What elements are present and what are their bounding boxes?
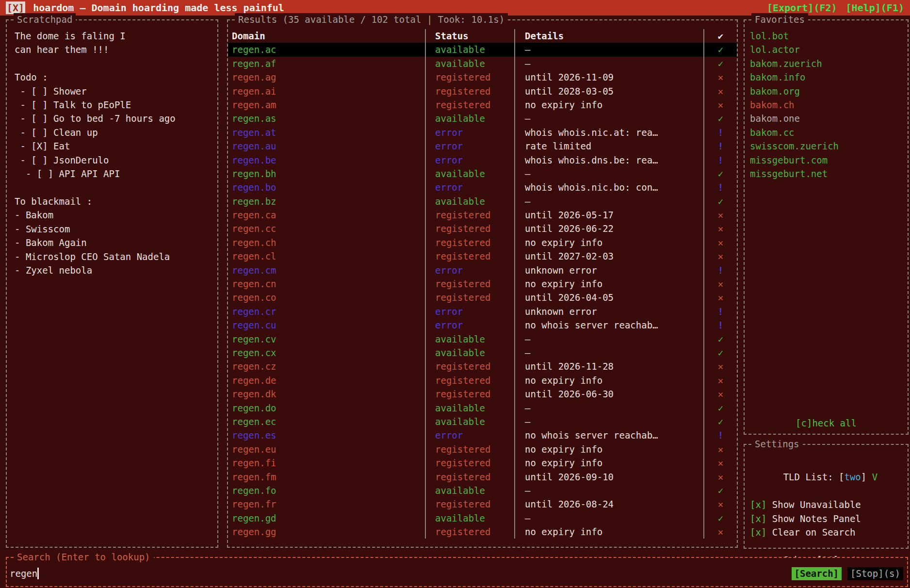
favorite-item[interactable]: missgeburt.net [750,167,906,180]
check-mark: ! [703,180,737,194]
table-row[interactable]: regen.firegisteredno expiry info✕ [228,456,737,470]
close-button[interactable]: [X] [6,1,25,14]
table-row[interactable]: regen.cxavailable–✓ [228,346,737,359]
table-row[interactable]: regen.gdavailable–✓ [228,511,737,525]
column-header-details: Details [514,29,703,43]
settings-checkbox[interactable]: [x] Show Unavailable [750,498,906,511]
scratchpad-line: To blackmail : [15,195,214,208]
status-cell: error [425,139,514,153]
table-row[interactable]: regen.eserrorno whois server reachab…! [228,428,737,442]
favorites-list: lol.botlol.actorbakom.zuerichbakom.infob… [745,20,908,180]
scratchpad-line: - [X] Eat [15,139,214,153]
check-mark: ✓ [703,167,737,180]
table-row[interactable]: regen.asavailable–✓ [228,112,737,125]
table-row[interactable]: regen.airegistereduntil 2028-03-05✕ [228,84,737,98]
domain-cell: regen.gd [228,511,425,525]
table-row[interactable]: regen.dkregistereduntil 2026-06-30✕ [228,387,737,401]
stop-button[interactable]: [Stop](s) [847,567,903,580]
checkbox-icon[interactable]: [x] [750,499,766,510]
favorite-item[interactable]: lol.bot [750,29,906,43]
checkbox-icon[interactable]: [x] [750,513,766,524]
domain-cell: regen.au [228,139,425,153]
favorite-item[interactable]: bakom.ch [750,98,906,112]
scratchpad-content[interactable]: The dome is faling Ican hear them !!! To… [7,20,217,277]
table-row[interactable]: regen.frregistereduntil 2026-08-24✕ [228,497,737,511]
table-row[interactable]: regen.amregisteredno expiry info✕ [228,98,737,112]
favorite-item[interactable]: bakom.cc [750,126,906,139]
table-row[interactable]: regen.cvavailable–✓ [228,332,737,346]
details-cell: until 2026-11-09 [514,70,703,84]
check-mark: ✓ [703,401,737,415]
status-cell: available [425,57,514,70]
table-row[interactable]: regen.fmregistereduntil 2026-09-10✕ [228,470,737,484]
table-row[interactable]: regen.bhavailable–✓ [228,167,737,180]
check-mark: ✕ [703,456,737,470]
table-row[interactable]: regen.euregisteredno expiry info✕ [228,442,737,456]
table-row[interactable]: regen.foavailable–✓ [228,484,737,497]
check-mark: ✕ [703,374,737,387]
table-row[interactable]: regen.cmerrorunknown error! [228,263,737,277]
details-cell: no expiry info [514,374,703,387]
check-mark: ✕ [703,277,737,291]
table-row[interactable]: regen.cnregisteredno expiry info✕ [228,277,737,291]
check-mark: ! [703,126,737,139]
search-button[interactable]: [Search] [792,567,842,580]
settings-checkbox[interactable]: [x] Clear on Search [750,525,906,539]
check-all-button[interactable]: [c]heck all [745,416,908,430]
table-row[interactable]: regen.cuerrorno whois server reachab…! [228,318,737,332]
domain-cell: regen.dk [228,387,425,401]
favorite-item[interactable]: bakom.org [750,84,906,98]
details-cell: no expiry info [514,525,703,539]
chevron-down-icon[interactable]: V [872,472,878,482]
domain-cell: regen.bz [228,195,425,208]
domain-cell: regen.fo [228,484,425,497]
table-row[interactable]: regen.coregistereduntil 2026-04-05✕ [228,291,737,304]
table-row[interactable]: regen.doavailable–✓ [228,401,737,415]
tld-list-setting[interactable]: TLD List: [two] V [750,457,906,498]
help-button[interactable]: [Help](F1) [846,2,904,14]
check-mark: ✓ [703,57,737,70]
domain-cell: regen.fm [228,470,425,484]
table-row[interactable]: regen.agregistereduntil 2026-11-09✕ [228,70,737,84]
domain-cell: regen.am [228,98,425,112]
search-input[interactable]: regen [10,567,37,580]
favorite-item[interactable]: bakom.info [750,70,906,84]
table-row[interactable]: regen.clregistereduntil 2027-02-03✕ [228,249,737,263]
table-row[interactable]: regen.boerrorwhois whois.nic.bo: con…! [228,180,737,194]
table-row[interactable]: regen.czregistereduntil 2026-11-28✕ [228,359,737,373]
favorite-item[interactable]: lol.actor [750,43,906,56]
table-row[interactable]: regen.afavailable–✓ [228,57,737,70]
status-cell: error [425,126,514,139]
export-button[interactable]: [Export](F2) [767,2,837,14]
domain-cell: regen.cx [228,346,425,359]
table-row[interactable]: regen.auerrorrate limited! [228,139,737,153]
status-cell: available [425,346,514,359]
table-row[interactable]: regen.aterrorwhois whois.nic.at: rea…! [228,126,737,139]
table-row[interactable]: regen.deregisteredno expiry info✕ [228,374,737,387]
table-row[interactable]: regen.bzavailable–✓ [228,195,737,208]
check-mark: ✕ [703,470,737,484]
table-row[interactable]: regen.ggregisteredno expiry info✕ [228,525,737,539]
domain-cell: regen.eu [228,442,425,456]
status-cell: registered [425,291,514,304]
favorite-item[interactable]: bakom.one [750,112,906,125]
details-cell: whois whois.nic.at: rea… [514,126,703,139]
table-row[interactable]: regen.beerrorwhois whois.dns.be: rea…! [228,153,737,167]
titlebar-actions: [Export](F2) [Help](F1) [767,2,904,14]
favorite-item[interactable]: bakom.zuerich [750,57,906,70]
check-mark: ✕ [703,442,737,456]
check-mark: ! [703,428,737,442]
table-row[interactable]: regen.ccregistereduntil 2026-06-22✕ [228,222,737,235]
details-cell: until 2026-06-22 [514,222,703,235]
check-mark: ✕ [703,525,737,539]
favorite-item[interactable]: missgeburt.com [750,153,906,167]
details-cell: until 2026-05-17 [514,208,703,222]
table-row[interactable]: regen.chregisteredno expiry info✕ [228,236,737,249]
settings-checkbox[interactable]: [x] Show Notes Panel [750,512,906,525]
favorite-item[interactable]: swisscom.zuerich [750,139,906,153]
table-row[interactable]: regen.acavailable–✓ [228,43,737,56]
table-row[interactable]: regen.ecavailable–✓ [228,415,737,428]
checkbox-icon[interactable]: [x] [750,527,766,538]
table-row[interactable]: regen.crerrorunknown error! [228,305,737,318]
table-row[interactable]: regen.caregistereduntil 2026-05-17✕ [228,208,737,222]
